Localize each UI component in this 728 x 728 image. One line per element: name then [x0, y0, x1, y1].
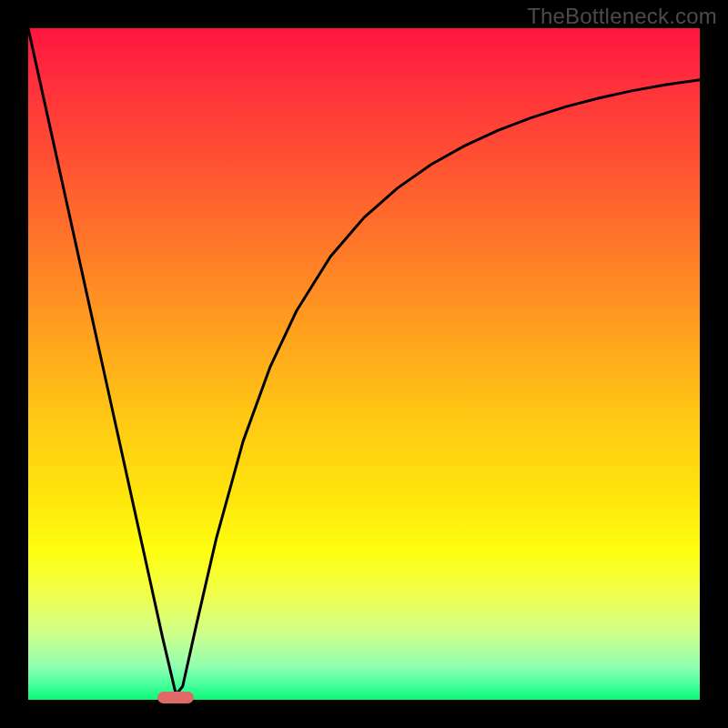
watermark-text: TheBottleneck.com	[527, 4, 717, 29]
chart-frame: TheBottleneck.com	[0, 0, 728, 728]
bottleneck-curve	[28, 28, 700, 700]
optimal-marker-pill	[157, 692, 194, 703]
